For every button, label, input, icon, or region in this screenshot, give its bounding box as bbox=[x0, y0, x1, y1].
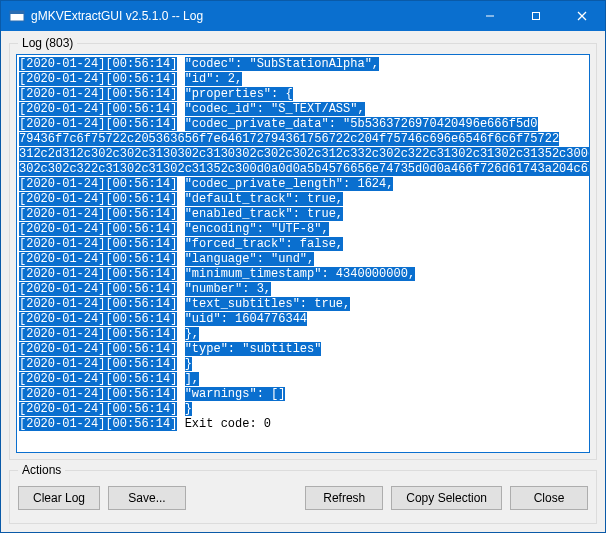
log-line: [2020-01-24][00:56:14] "id": 2, bbox=[19, 72, 587, 87]
log-line: [2020-01-24][00:56:14] "codec_private_da… bbox=[19, 117, 587, 132]
log-line: [2020-01-24][00:56:14] } bbox=[19, 402, 587, 417]
log-line: [2020-01-24][00:56:14] } bbox=[19, 357, 587, 372]
copy-selection-button[interactable]: Copy Selection bbox=[391, 486, 502, 510]
log-line: [2020-01-24][00:56:14] "language": "und"… bbox=[19, 252, 587, 267]
app-window: gMKVExtractGUI v2.5.1.0 -- Log Log (803)… bbox=[0, 0, 606, 533]
log-line: [2020-01-24][00:56:14] "codec_id": "S_TE… bbox=[19, 102, 587, 117]
log-line: 302c302c322c31302c31302c31352c300d0a0d0a… bbox=[19, 162, 587, 177]
log-line: [2020-01-24][00:56:14] "minimum_timestam… bbox=[19, 267, 587, 282]
log-textarea[interactable]: [2020-01-24][00:56:14] "codec": "SubStat… bbox=[17, 55, 589, 452]
log-line: [2020-01-24][00:56:14] "default_track": … bbox=[19, 192, 587, 207]
log-line: [2020-01-24][00:56:14] }, bbox=[19, 327, 587, 342]
log-line: 79436f7c6f75722c205363656f7e646172794361… bbox=[19, 132, 587, 147]
log-line: [2020-01-24][00:56:14] "properties": { bbox=[19, 87, 587, 102]
log-group-label: Log (803) bbox=[18, 36, 77, 50]
log-line: [2020-01-24][00:56:14] "forced_track": f… bbox=[19, 237, 587, 252]
client-area: Log (803) [2020-01-24][00:56:14] "codec"… bbox=[1, 31, 605, 532]
log-line: [2020-01-24][00:56:14] "uid": 1604776344 bbox=[19, 312, 587, 327]
log-line: [2020-01-24][00:56:14] "warnings": [] bbox=[19, 387, 587, 402]
save-button[interactable]: Save... bbox=[108, 486, 186, 510]
log-line: [2020-01-24][00:56:14] ], bbox=[19, 372, 587, 387]
clear-log-button[interactable]: Clear Log bbox=[18, 486, 100, 510]
actions-row: Clear Log Save... Refresh Copy Selection… bbox=[10, 471, 596, 523]
minimize-button[interactable] bbox=[467, 1, 513, 31]
log-line: [2020-01-24][00:56:14] Exit code: 0 bbox=[19, 417, 587, 432]
actions-group: Actions Clear Log Save... Refresh Copy S… bbox=[9, 470, 597, 524]
close-button[interactable]: Close bbox=[510, 486, 588, 510]
log-line: [2020-01-24][00:56:14] "type": "subtitle… bbox=[19, 342, 587, 357]
log-line: [2020-01-24][00:56:14] "enabled_track": … bbox=[19, 207, 587, 222]
refresh-button[interactable]: Refresh bbox=[305, 486, 383, 510]
log-container: [2020-01-24][00:56:14] "codec": "SubStat… bbox=[16, 54, 590, 453]
window-title: gMKVExtractGUI v2.5.1.0 -- Log bbox=[31, 9, 467, 23]
log-line: 312c2d312c302c302c3130302c3130302c302c30… bbox=[19, 147, 587, 162]
log-line: [2020-01-24][00:56:14] "number": 3, bbox=[19, 282, 587, 297]
log-group: Log (803) [2020-01-24][00:56:14] "codec"… bbox=[9, 43, 597, 460]
log-line: [2020-01-24][00:56:14] "codec_private_le… bbox=[19, 177, 587, 192]
actions-group-label: Actions bbox=[18, 463, 65, 477]
app-icon bbox=[9, 8, 25, 24]
maximize-button[interactable] bbox=[513, 1, 559, 31]
svg-rect-1 bbox=[10, 11, 24, 14]
titlebar[interactable]: gMKVExtractGUI v2.5.1.0 -- Log bbox=[1, 1, 605, 31]
close-window-button[interactable] bbox=[559, 1, 605, 31]
log-line: [2020-01-24][00:56:14] "encoding": "UTF-… bbox=[19, 222, 587, 237]
log-line: [2020-01-24][00:56:14] "codec": "SubStat… bbox=[19, 57, 587, 72]
svg-rect-3 bbox=[533, 13, 540, 20]
log-line: [2020-01-24][00:56:14] "text_subtitles":… bbox=[19, 297, 587, 312]
window-controls bbox=[467, 1, 605, 31]
